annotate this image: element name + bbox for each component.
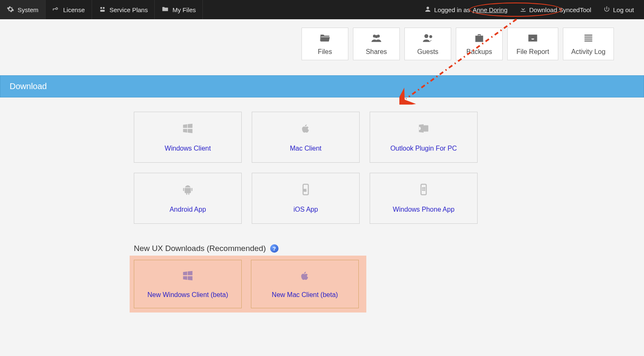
- download-label: Mac Client: [290, 145, 322, 152]
- svg-rect-2: [100, 10, 105, 12]
- windows-icon: [181, 269, 194, 284]
- ios-phone-icon: [299, 183, 312, 197]
- nav-license-label: License: [63, 6, 85, 13]
- new-windows-client-beta[interactable]: New Windows Client (beta): [134, 260, 242, 308]
- windows-icon: [181, 122, 194, 136]
- guests-icon: [421, 32, 435, 46]
- download-windows-phone-app[interactable]: Windows Phone App: [370, 173, 478, 224]
- tile-activity-log[interactable]: Activity Log: [563, 28, 614, 60]
- gear-icon: [7, 5, 14, 14]
- list-icon: [581, 32, 595, 46]
- svg-point-3: [427, 7, 429, 9]
- logged-in-user: Logged in as Anne Doring: [418, 5, 513, 14]
- android-icon: [181, 183, 194, 197]
- nav-left: System License Service Plans My Files: [0, 0, 203, 19]
- svg-point-1: [102, 7, 105, 9]
- user-name-link[interactable]: Anne Doring: [473, 6, 507, 13]
- svg-rect-12: [585, 38, 593, 39]
- download-heading: Download: [0, 75, 644, 97]
- tile-label: Guests: [417, 48, 439, 56]
- tile-file-report[interactable]: File Report: [507, 28, 558, 60]
- download-label: New Windows Client (beta): [148, 291, 228, 299]
- apple-icon: [299, 122, 312, 136]
- download-ios-app[interactable]: iOS App: [252, 173, 360, 224]
- download-syncedtool-link[interactable]: Download SyncedTool: [514, 5, 597, 14]
- download-label: Windows Phone App: [393, 206, 455, 213]
- svg-rect-15: [183, 188, 184, 191]
- plans-icon: [99, 5, 106, 14]
- folder-icon: [161, 5, 169, 14]
- folder-open-icon: [318, 32, 332, 46]
- windows-phone-icon: [417, 183, 430, 197]
- download-grid: Windows Client Mac Client Outlook Plugin…: [134, 112, 644, 224]
- nav-license[interactable]: License: [46, 0, 92, 19]
- tile-label: Shares: [366, 48, 387, 56]
- top-navbar: System License Service Plans My Files Lo…: [0, 0, 644, 19]
- briefcase-icon: [472, 32, 486, 46]
- nav-service-plans[interactable]: Service Plans: [92, 0, 155, 19]
- tile-label: Backups: [466, 48, 492, 56]
- tile-row: Files Shares Guests Backups File Report …: [0, 19, 644, 60]
- logout-label: Log out: [613, 6, 634, 13]
- download-syncedtool-label: Download SyncedTool: [529, 6, 591, 13]
- user-icon: [424, 5, 432, 14]
- tile-backups[interactable]: Backups: [456, 28, 503, 60]
- download-outlook-plugin[interactable]: Outlook Plugin For PC: [370, 112, 478, 163]
- nav-my-files-label: My Files: [172, 6, 196, 13]
- outlook-icon: [417, 122, 430, 136]
- new-ux-heading-label: New UX Downloads (Recommended): [134, 244, 266, 253]
- nav-my-files[interactable]: My Files: [155, 0, 203, 19]
- tile-guests[interactable]: Guests: [404, 28, 451, 60]
- svg-point-8: [424, 34, 428, 38]
- logged-in-prefix: Logged in as: [434, 6, 470, 13]
- new-mac-client-beta[interactable]: New Mac Client (beta): [251, 260, 359, 308]
- nav-service-plans-label: Service Plans: [110, 6, 148, 13]
- new-ux-downloads: New Windows Client (beta) New Mac Client…: [130, 256, 366, 312]
- tile-label: Activity Log: [571, 48, 606, 56]
- download-android-app[interactable]: Android App: [134, 173, 242, 224]
- tile-label: File Report: [516, 48, 549, 56]
- svg-rect-10: [585, 35, 593, 36]
- tile-label: Files: [318, 48, 332, 56]
- svg-rect-16: [192, 188, 193, 191]
- power-icon: [603, 5, 611, 14]
- nav-system-label: System: [18, 6, 38, 13]
- inbox-icon: [526, 32, 540, 46]
- download-icon: [519, 5, 527, 14]
- tile-shares[interactable]: Shares: [353, 28, 400, 60]
- download-windows-client[interactable]: Windows Client: [134, 112, 242, 163]
- nav-system[interactable]: System: [0, 0, 46, 19]
- tile-files[interactable]: Files: [302, 28, 348, 60]
- svg-rect-14: [424, 125, 428, 132]
- svg-point-7: [375, 35, 378, 38]
- svg-rect-13: [585, 41, 593, 41]
- download-label: Outlook Plugin For PC: [390, 145, 457, 152]
- download-label: iOS App: [294, 206, 318, 213]
- new-ux-heading: New UX Downloads (Recommended) ?: [134, 244, 644, 253]
- svg-rect-11: [585, 37, 593, 38]
- apple-icon: [299, 269, 311, 284]
- download-label: New Mac Client (beta): [272, 291, 338, 299]
- help-icon[interactable]: ?: [270, 244, 279, 253]
- group-icon: [369, 32, 383, 46]
- download-label: Android App: [169, 206, 206, 213]
- logout-link[interactable]: Log out: [597, 5, 640, 14]
- download-label: Windows Client: [165, 145, 211, 152]
- svg-point-9: [429, 35, 432, 38]
- nav-right: Logged in as Anne Doring Download Synced…: [418, 0, 644, 19]
- download-mac-client[interactable]: Mac Client: [252, 112, 360, 163]
- key-icon: [52, 5, 60, 14]
- svg-point-0: [100, 7, 102, 9]
